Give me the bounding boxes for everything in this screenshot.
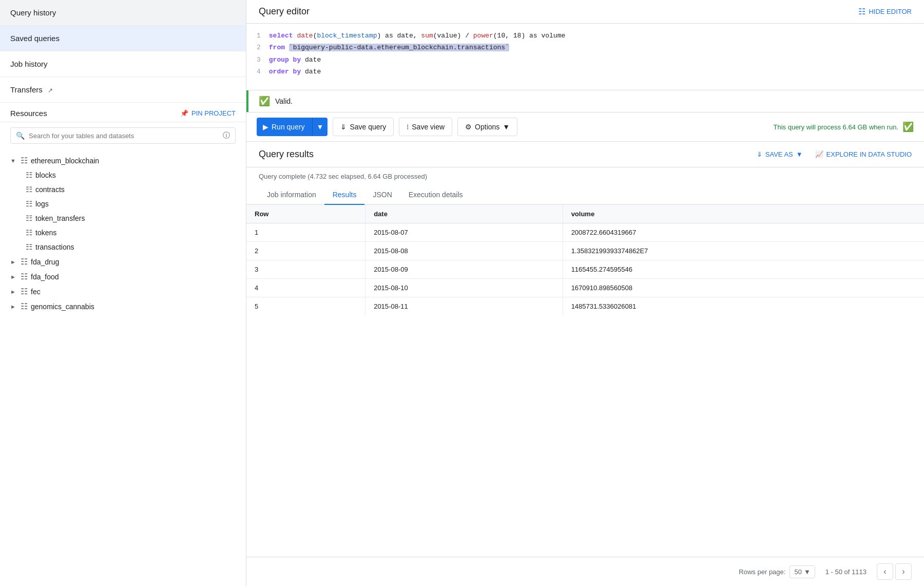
- options-button[interactable]: ⚙ Options ▼: [457, 118, 517, 136]
- tab-job-information-label: Job information: [267, 191, 316, 199]
- tab-json-label: JSON: [373, 191, 392, 199]
- run-icon: ▶: [263, 123, 268, 131]
- tab-execution-details-label: Execution details: [409, 191, 463, 199]
- editor-header: Query editor ☷ HIDE EDITOR: [246, 0, 924, 24]
- editor-line-3: 3group by date: [257, 54, 914, 66]
- tree-item-ethereum-blockchain[interactable]: ▼ ☷ ethereum_blockchain: [0, 153, 246, 168]
- save-as-button[interactable]: ⇓ SAVE AS ▼: [757, 150, 803, 158]
- tree-item-fda-food[interactable]: ► ☷ fda_food: [0, 269, 246, 284]
- tree-child-transactions[interactable]: ☷ transactions: [0, 240, 246, 254]
- collapse-arrow-icon: ▼: [10, 158, 17, 164]
- results-actions: ⇓ SAVE AS ▼ 📈 EXPLORE IN DATA STUDIO: [757, 150, 912, 158]
- tab-json[interactable]: JSON: [364, 185, 400, 205]
- tree-label-fda-drug: fda_drug: [31, 258, 59, 266]
- query-history-label: Query history: [10, 8, 56, 17]
- cell-date-4: 2015-08-10: [365, 279, 563, 297]
- pin-project-button[interactable]: 📌 PIN PROJECT: [180, 109, 236, 117]
- table-header: Row date volume: [246, 205, 924, 223]
- cell-volume-2: 1.35832199393374862E7: [563, 242, 924, 260]
- col-header-date: date: [365, 205, 563, 223]
- rows-per-page-select[interactable]: 50 ▼: [790, 565, 815, 578]
- search-icon: 🔍: [16, 131, 25, 140]
- expand-arrow-icon: ►: [10, 259, 17, 265]
- save-view-button[interactable]: ⁝ Save view: [399, 118, 452, 136]
- col-header-row: Row: [246, 205, 365, 223]
- search-bar[interactable]: 🔍 ⓘ: [10, 127, 236, 144]
- tree-child-contracts[interactable]: ☷ contracts: [0, 182, 246, 197]
- next-page-button[interactable]: ›: [895, 563, 912, 580]
- pin-icon: 📌: [180, 109, 188, 117]
- resources-header: Resources 📌 PIN PROJECT: [0, 103, 246, 122]
- tree-child-blocks[interactable]: ☷ blocks: [0, 168, 246, 182]
- prev-page-button[interactable]: ‹: [877, 563, 893, 580]
- tree-child-logs[interactable]: ☷ logs: [0, 197, 246, 211]
- explore-datastudio-button[interactable]: 📈 EXPLORE IN DATA STUDIO: [815, 150, 912, 158]
- dropdown-arrow-icon: ▼: [317, 123, 324, 131]
- sidebar-item-job-history[interactable]: Job history: [0, 51, 246, 77]
- tree-label-fec: fec: [31, 288, 41, 296]
- query-cost-text: This query will process 6.64 GB when run…: [774, 123, 899, 131]
- save-as-label: SAVE AS: [765, 150, 793, 158]
- save-view-label: Save view: [412, 123, 445, 131]
- cell-date-2: 2015-08-08: [365, 242, 563, 260]
- tree-label-token-transfers: token_transfers: [35, 214, 85, 222]
- hide-editor-label: HIDE EDITOR: [869, 8, 912, 15]
- cell-volume-3: 1165455.274595546: [563, 260, 924, 279]
- pagination-bar: Rows per page: 50 ▼ 1 - 50 of 1113 ‹ ›: [246, 557, 924, 586]
- sidebar-item-transfers[interactable]: Transfers ↗: [0, 77, 246, 103]
- tab-results[interactable]: Results: [324, 185, 365, 205]
- cost-valid-icon: ✅: [902, 121, 914, 133]
- table-icon-transactions: ☷: [26, 242, 32, 252]
- dataset-icon: ☷: [21, 156, 28, 165]
- explore-icon: 📈: [815, 150, 823, 158]
- run-query-button[interactable]: ▶ Run query ▼: [257, 118, 328, 136]
- options-label: Options: [475, 123, 499, 131]
- results-table: Row date volume 1 2015-08-07 2008722.660…: [246, 205, 924, 315]
- sidebar: Query history Saved queries Job history …: [0, 0, 246, 586]
- table-row: 3 2015-08-09 1165455.274595546: [246, 260, 924, 279]
- results-header: Query results ⇓ SAVE AS ▼ 📈 EXPLORE IN D…: [246, 142, 924, 167]
- tab-job-information[interactable]: Job information: [259, 185, 324, 205]
- valid-icon: ✅: [259, 96, 270, 107]
- results-title: Query results: [259, 149, 314, 160]
- tree-label-fda-food: fda_food: [31, 273, 59, 281]
- hide-editor-button[interactable]: ☷ HIDE EDITOR: [858, 7, 912, 16]
- editor-line-4: 4order by date: [257, 66, 914, 78]
- page-nav: ‹ ›: [877, 563, 912, 580]
- table-row: 1 2015-08-07 2008722.6604319667: [246, 223, 924, 242]
- run-label: Run query: [272, 123, 305, 131]
- save-query-label: Save query: [350, 123, 386, 131]
- explore-label: EXPLORE IN DATA STUDIO: [826, 150, 912, 158]
- tab-execution-details[interactable]: Execution details: [400, 185, 471, 205]
- editor-title: Query editor: [259, 6, 310, 17]
- expand-arrow-icon-genomics: ►: [10, 304, 17, 310]
- validation-section: ✅ Valid.: [246, 90, 924, 112]
- toolbar-right: This query will process 6.64 GB when run…: [774, 121, 914, 133]
- valid-text: Valid.: [275, 97, 293, 105]
- options-arrow-icon: ▼: [503, 123, 510, 131]
- editor-line-1: 1select date(block_timestamp) as date, s…: [257, 30, 914, 42]
- table-icon-token-transfers: ☷: [26, 214, 32, 223]
- editor-area[interactable]: 1select date(block_timestamp) as date, s…: [246, 24, 924, 90]
- tree-item-fda-drug[interactable]: ► ☷ fda_drug: [0, 254, 246, 269]
- sidebar-item-saved-queries[interactable]: Saved queries: [0, 26, 246, 51]
- run-query-dropdown[interactable]: ▼: [313, 118, 328, 136]
- tree-label-logs: logs: [35, 200, 49, 208]
- sidebar-item-query-history[interactable]: Query history: [0, 0, 246, 26]
- save-as-arrow-icon: ▼: [796, 150, 803, 158]
- tree-child-tokens[interactable]: ☷ tokens: [0, 225, 246, 240]
- cell-volume-4: 1670910.898560508: [563, 279, 924, 297]
- dataset-icon-genomics: ☷: [21, 301, 28, 311]
- tree-child-token-transfers[interactable]: ☷ token_transfers: [0, 211, 246, 225]
- query-meta: Query complete (4.732 sec elapsed, 6.64 …: [246, 167, 924, 185]
- tabs-bar: Job information Results JSON Execution d…: [246, 185, 924, 205]
- save-query-button[interactable]: ⇓ Save query: [333, 118, 394, 136]
- tree-item-fec[interactable]: ► ☷ fec: [0, 284, 246, 299]
- run-query-main[interactable]: ▶ Run query: [257, 118, 313, 136]
- search-input[interactable]: [29, 132, 219, 140]
- transfers-label: Transfers: [10, 85, 43, 94]
- dataset-icon-fda-drug: ☷: [21, 257, 28, 267]
- col-header-volume: volume: [563, 205, 924, 223]
- cell-row-5: 5: [246, 297, 365, 316]
- tree-item-genomics-cannabis[interactable]: ► ☷ genomics_cannabis: [0, 299, 246, 314]
